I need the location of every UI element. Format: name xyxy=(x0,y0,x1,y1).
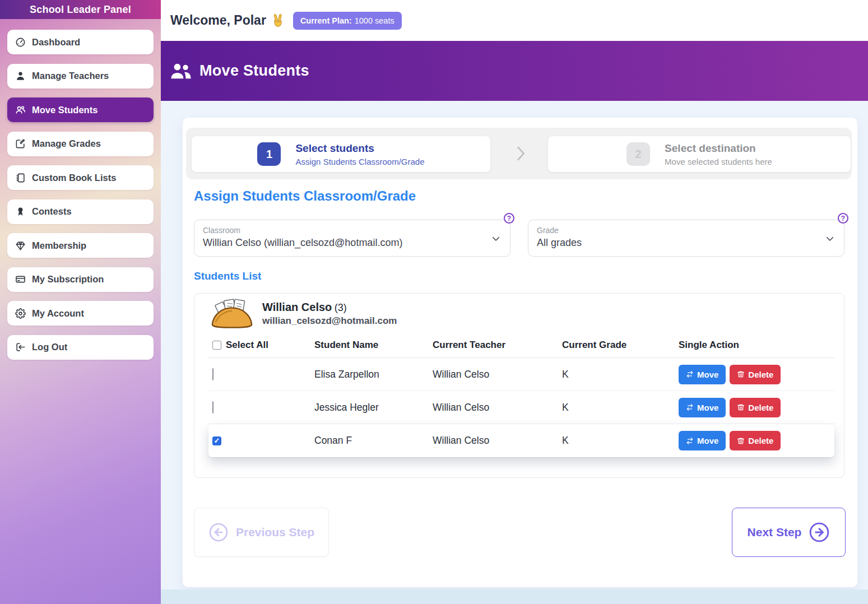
cell-student-name: Conan F xyxy=(314,435,433,447)
sidebar-item-label: Log Out xyxy=(32,342,67,352)
page-title: Move Students xyxy=(199,62,309,80)
classroom-select-label: Classroom xyxy=(203,226,483,235)
plan-value: 1000 seats xyxy=(355,16,394,25)
gear-icon xyxy=(15,308,26,319)
current-plan-badge: Current Plan: 1000 seats xyxy=(293,12,402,30)
sidebar-item-label: Custom Book Lists xyxy=(32,173,116,183)
sidebar-item-label: My Subscription xyxy=(32,274,104,285)
delete-button[interactable]: Delete xyxy=(730,365,781,384)
column-header-student-name: Student Name xyxy=(314,340,433,351)
plan-label: Current Plan: xyxy=(300,16,352,25)
bottom-strip xyxy=(161,589,868,604)
sidebar-item-label: Manage Teachers xyxy=(32,71,109,81)
sidebar-item-label: Membership xyxy=(32,240,86,251)
column-header-single-action: Single Action xyxy=(679,340,834,351)
group-student-count: (3) xyxy=(335,302,347,313)
classroom-select-value: Willian Celso (willian_celsozd@hotmail.c… xyxy=(203,237,483,249)
classroom-select[interactable]: Classroom Willian Celso (willian_celsozd… xyxy=(194,220,510,257)
row-checkbox[interactable]: ✓ xyxy=(212,436,221,445)
arrow-right-circle-icon xyxy=(809,522,830,543)
cell-student-name: Elisa Zarpellon xyxy=(314,369,433,380)
step-number: 1 xyxy=(257,142,281,166)
people-icon xyxy=(15,105,26,115)
sidebar-item-manage-teachers[interactable]: Manage Teachers xyxy=(7,64,154,89)
grade-help-icon[interactable]: ? xyxy=(838,213,848,224)
table-row: Elisa Zarpellon Willian Celso K Move Del… xyxy=(208,358,834,391)
school-leader-panel-app: School Leader Panel Dashboard Manage Tea… xyxy=(0,0,868,604)
arrow-left-circle-icon xyxy=(208,522,229,542)
sidebar-item-contests[interactable]: Contests xyxy=(7,199,154,224)
sidebar-item-label: My Account xyxy=(32,308,84,319)
content-area: 1 Select students Assign Students Classr… xyxy=(161,101,868,604)
swap-arrows-icon xyxy=(686,370,694,378)
group-teacher-name: Willian Celso xyxy=(262,301,332,313)
cell-current-grade: K xyxy=(562,369,679,380)
move-button[interactable]: Move xyxy=(679,365,726,384)
step-number: 2 xyxy=(626,142,650,166)
cell-student-name: Jessica Hegler xyxy=(314,402,433,413)
grade-select[interactable]: Grade All grades xyxy=(528,220,844,257)
column-header-current-grade: Current Grade xyxy=(562,340,679,351)
book-icon xyxy=(15,173,26,183)
main-area: Welcome, Polar Current Plan: 1000 seats xyxy=(161,0,868,604)
topbar: Welcome, Polar Current Plan: 1000 seats xyxy=(161,0,868,41)
edit-square-icon xyxy=(15,138,26,149)
sidebar-item-label: Manage Grades xyxy=(32,138,101,149)
sidebar-item-custom-book-lists[interactable]: Custom Book Lists xyxy=(7,165,154,190)
step-subtitle: Assign Students Classroom/Grade xyxy=(295,157,424,166)
step-select-destination[interactable]: 2 Select destination Move selected stude… xyxy=(548,136,851,172)
delete-button[interactable]: Delete xyxy=(730,398,781,417)
cell-current-teacher: Willian Celso xyxy=(433,435,562,447)
gem-icon xyxy=(15,240,26,251)
chevron-down-icon xyxy=(825,234,835,246)
step-subtitle: Move selected students here xyxy=(665,157,772,166)
classroom-group-header: Willian Celso (3) willian_celsozd@hotmai… xyxy=(194,294,844,333)
sidebar-item-dashboard[interactable]: Dashboard xyxy=(7,30,154,54)
gauge-icon xyxy=(15,37,26,48)
trash-icon xyxy=(737,370,745,378)
move-button[interactable]: Move xyxy=(679,431,726,450)
select-all-checkbox[interactable] xyxy=(212,341,221,350)
sidebar-item-my-subscription[interactable]: My Subscription xyxy=(7,267,154,292)
swap-arrows-icon xyxy=(686,403,694,411)
previous-step-button[interactable]: Previous Step xyxy=(194,508,329,557)
step-select-students[interactable]: 1 Select students Assign Students Classr… xyxy=(192,136,490,172)
person-icon xyxy=(15,71,26,81)
next-step-button[interactable]: Next Step xyxy=(732,508,846,557)
cell-current-grade: K xyxy=(562,402,679,413)
sidebar-item-membership[interactable]: Membership xyxy=(7,233,154,258)
table-row-selected: ✓ Conan F Willian Celso K Move Delete xyxy=(208,424,834,457)
students-list-title: Students List xyxy=(194,270,261,282)
logout-icon xyxy=(15,342,26,352)
move-button[interactable]: Move xyxy=(679,398,726,417)
swap-arrows-icon xyxy=(686,437,694,445)
sidebar-item-manage-grades[interactable]: Manage Grades xyxy=(7,132,154,156)
sidebar-item-label: Move Students xyxy=(32,105,98,115)
row-checkbox[interactable] xyxy=(212,401,213,413)
sidebar-title: School Leader Panel xyxy=(0,0,161,19)
victory-hand-icon xyxy=(271,13,285,28)
credit-card-icon xyxy=(15,274,26,285)
row-checkbox[interactable] xyxy=(212,368,213,380)
cell-current-teacher: Willian Celso xyxy=(433,402,562,413)
taco-icon xyxy=(209,299,255,329)
sidebar-item-label: Contests xyxy=(32,206,72,217)
step-title: Select students xyxy=(295,142,424,155)
section-title: Assign Students Classroom/Grade xyxy=(194,188,416,204)
group-teacher-email: willian_celsozd@hotmail.com xyxy=(262,315,397,327)
sidebar-item-move-students[interactable]: Move Students xyxy=(7,97,154,122)
cell-current-teacher: Willian Celso xyxy=(433,369,562,380)
sidebar-nav: Dashboard Manage Teachers Move Students … xyxy=(0,19,161,370)
award-icon xyxy=(15,206,26,217)
delete-button[interactable]: Delete xyxy=(730,431,781,450)
sidebar-item-my-account[interactable]: My Account xyxy=(7,301,154,326)
step-title: Select destination xyxy=(665,142,772,155)
welcome-text: Welcome, Polar xyxy=(170,13,285,28)
trash-icon xyxy=(737,437,745,445)
grade-select-value: All grades xyxy=(537,237,817,249)
classroom-help-icon[interactable]: ? xyxy=(504,213,514,224)
sidebar-item-log-out[interactable]: Log Out xyxy=(7,335,154,360)
table-row: Jessica Hegler Willian Celso K Move Dele… xyxy=(208,391,834,424)
sidebar-item-label: Dashboard xyxy=(32,37,80,48)
page-header: Move Students xyxy=(161,41,868,101)
